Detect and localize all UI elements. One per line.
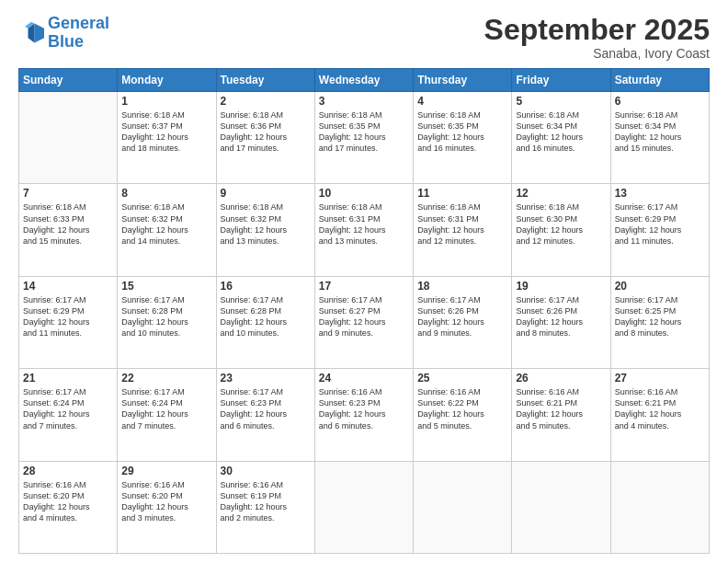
calendar-cell xyxy=(314,461,413,553)
day-number: 22 xyxy=(121,372,211,385)
day-info: Sunrise: 6:16 AM Sunset: 6:19 PM Dayligh… xyxy=(221,479,311,524)
day-info: Sunrise: 6:16 AM Sunset: 6:20 PM Dayligh… xyxy=(23,479,113,524)
day-number: 28 xyxy=(23,465,113,477)
week-row-5: 28Sunrise: 6:16 AM Sunset: 6:20 PM Dayli… xyxy=(19,461,710,553)
title-block: September 2025 Sanaba, Ivory Coast xyxy=(484,15,710,61)
day-number: 1 xyxy=(121,95,211,108)
day-header-saturday: Saturday xyxy=(610,69,709,92)
day-info: Sunrise: 6:18 AM Sunset: 6:33 PM Dayligh… xyxy=(23,201,113,247)
calendar-cell: 7Sunrise: 6:18 AM Sunset: 6:33 PM Daylig… xyxy=(19,184,118,276)
calendar-cell: 15Sunrise: 6:17 AM Sunset: 6:28 PM Dayli… xyxy=(118,276,216,368)
day-info: Sunrise: 6:16 AM Sunset: 6:21 PM Dayligh… xyxy=(615,386,705,431)
day-header-monday: Monday xyxy=(118,69,216,92)
week-row-1: 1Sunrise: 6:18 AM Sunset: 6:37 PM Daylig… xyxy=(19,92,710,184)
calendar-cell: 26Sunrise: 6:16 AM Sunset: 6:21 PM Dayli… xyxy=(512,369,610,461)
header-row: SundayMondayTuesdayWednesdayThursdayFrid… xyxy=(19,69,710,92)
day-number: 5 xyxy=(516,95,606,108)
calendar-cell: 19Sunrise: 6:17 AM Sunset: 6:26 PM Dayli… xyxy=(512,276,610,368)
day-info: Sunrise: 6:18 AM Sunset: 6:34 PM Dayligh… xyxy=(615,109,705,155)
svg-marker-0 xyxy=(35,23,45,42)
calendar-table: SundayMondayTuesdayWednesdayThursdayFrid… xyxy=(18,68,710,554)
day-number: 27 xyxy=(615,372,705,385)
calendar-cell: 22Sunrise: 6:17 AM Sunset: 6:24 PM Dayli… xyxy=(118,369,216,461)
calendar-cell: 11Sunrise: 6:18 AM Sunset: 6:31 PM Dayli… xyxy=(414,184,512,276)
logo: General Blue xyxy=(18,15,109,52)
logo-icon xyxy=(18,20,44,46)
day-number: 30 xyxy=(221,465,311,477)
day-number: 6 xyxy=(615,95,705,108)
logo-general: General xyxy=(48,14,109,32)
day-info: Sunrise: 6:18 AM Sunset: 6:32 PM Dayligh… xyxy=(121,201,211,247)
day-info: Sunrise: 6:16 AM Sunset: 6:20 PM Dayligh… xyxy=(121,479,211,524)
week-row-2: 7Sunrise: 6:18 AM Sunset: 6:33 PM Daylig… xyxy=(19,184,710,276)
day-header-sunday: Sunday xyxy=(19,69,118,92)
day-info: Sunrise: 6:16 AM Sunset: 6:23 PM Dayligh… xyxy=(319,386,409,431)
day-number: 23 xyxy=(221,372,311,385)
calendar-cell: 29Sunrise: 6:16 AM Sunset: 6:20 PM Dayli… xyxy=(118,461,216,553)
calendar-cell: 23Sunrise: 6:17 AM Sunset: 6:23 PM Dayli… xyxy=(216,369,314,461)
day-number: 3 xyxy=(319,95,409,108)
day-info: Sunrise: 6:18 AM Sunset: 6:31 PM Dayligh… xyxy=(417,201,507,247)
calendar-cell: 12Sunrise: 6:18 AM Sunset: 6:30 PM Dayli… xyxy=(512,184,610,276)
day-info: Sunrise: 6:17 AM Sunset: 6:29 PM Dayligh… xyxy=(615,201,705,247)
calendar-cell: 24Sunrise: 6:16 AM Sunset: 6:23 PM Dayli… xyxy=(314,369,413,461)
month-title: September 2025 xyxy=(484,15,710,44)
day-info: Sunrise: 6:18 AM Sunset: 6:35 PM Dayligh… xyxy=(319,109,409,155)
day-number: 18 xyxy=(417,280,507,293)
day-header-tuesday: Tuesday xyxy=(216,69,314,92)
logo-blue: Blue xyxy=(48,32,84,51)
day-number: 12 xyxy=(516,187,606,200)
header: General Blue September 2025 Sanaba, Ivor… xyxy=(18,15,710,61)
calendar-cell: 4Sunrise: 6:18 AM Sunset: 6:35 PM Daylig… xyxy=(414,92,512,184)
day-number: 24 xyxy=(319,372,409,385)
week-row-4: 21Sunrise: 6:17 AM Sunset: 6:24 PM Dayli… xyxy=(19,369,710,461)
day-number: 7 xyxy=(23,187,113,200)
day-info: Sunrise: 6:17 AM Sunset: 6:27 PM Dayligh… xyxy=(319,294,409,339)
day-info: Sunrise: 6:17 AM Sunset: 6:24 PM Dayligh… xyxy=(121,386,211,431)
calendar-cell: 27Sunrise: 6:16 AM Sunset: 6:21 PM Dayli… xyxy=(610,369,709,461)
calendar-cell: 5Sunrise: 6:18 AM Sunset: 6:34 PM Daylig… xyxy=(512,92,610,184)
day-number: 9 xyxy=(221,187,311,200)
calendar-cell: 30Sunrise: 6:16 AM Sunset: 6:19 PM Dayli… xyxy=(216,461,314,553)
calendar-cell: 14Sunrise: 6:17 AM Sunset: 6:29 PM Dayli… xyxy=(19,276,118,368)
day-number: 2 xyxy=(221,95,311,108)
day-header-wednesday: Wednesday xyxy=(314,69,413,92)
calendar-cell: 10Sunrise: 6:18 AM Sunset: 6:31 PM Dayli… xyxy=(314,184,413,276)
day-number: 19 xyxy=(516,280,606,293)
calendar-cell: 1Sunrise: 6:18 AM Sunset: 6:37 PM Daylig… xyxy=(118,92,216,184)
calendar-cell: 6Sunrise: 6:18 AM Sunset: 6:34 PM Daylig… xyxy=(610,92,709,184)
day-info: Sunrise: 6:17 AM Sunset: 6:26 PM Dayligh… xyxy=(516,294,606,339)
calendar-cell: 28Sunrise: 6:16 AM Sunset: 6:20 PM Dayli… xyxy=(19,461,118,553)
day-number: 8 xyxy=(121,187,211,200)
day-number: 20 xyxy=(615,280,705,293)
calendar-cell: 21Sunrise: 6:17 AM Sunset: 6:24 PM Dayli… xyxy=(19,369,118,461)
day-info: Sunrise: 6:18 AM Sunset: 6:30 PM Dayligh… xyxy=(516,201,606,247)
day-number: 10 xyxy=(319,187,409,200)
day-number: 25 xyxy=(417,372,507,385)
day-info: Sunrise: 6:17 AM Sunset: 6:29 PM Dayligh… xyxy=(23,294,113,339)
day-number: 29 xyxy=(121,465,211,477)
day-number: 26 xyxy=(516,372,606,385)
calendar-cell: 9Sunrise: 6:18 AM Sunset: 6:32 PM Daylig… xyxy=(216,184,314,276)
day-info: Sunrise: 6:17 AM Sunset: 6:24 PM Dayligh… xyxy=(23,386,113,431)
calendar-cell: 20Sunrise: 6:17 AM Sunset: 6:25 PM Dayli… xyxy=(610,276,709,368)
day-number: 16 xyxy=(221,280,311,293)
day-header-friday: Friday xyxy=(512,69,610,92)
week-row-3: 14Sunrise: 6:17 AM Sunset: 6:29 PM Dayli… xyxy=(19,276,710,368)
day-number: 13 xyxy=(615,187,705,200)
calendar-cell xyxy=(610,461,709,553)
day-number: 4 xyxy=(417,95,507,108)
calendar-cell xyxy=(414,461,512,553)
calendar-cell xyxy=(19,92,118,184)
day-number: 15 xyxy=(121,280,211,293)
day-info: Sunrise: 6:17 AM Sunset: 6:26 PM Dayligh… xyxy=(417,294,507,339)
day-info: Sunrise: 6:18 AM Sunset: 6:36 PM Dayligh… xyxy=(221,109,311,155)
day-number: 21 xyxy=(23,372,113,385)
calendar-cell: 25Sunrise: 6:16 AM Sunset: 6:22 PM Dayli… xyxy=(414,369,512,461)
day-info: Sunrise: 6:17 AM Sunset: 6:23 PM Dayligh… xyxy=(221,386,311,431)
calendar-cell xyxy=(512,461,610,553)
day-info: Sunrise: 6:16 AM Sunset: 6:22 PM Dayligh… xyxy=(417,386,507,431)
day-info: Sunrise: 6:18 AM Sunset: 6:31 PM Dayligh… xyxy=(319,201,409,247)
day-info: Sunrise: 6:18 AM Sunset: 6:34 PM Dayligh… xyxy=(516,109,606,155)
location: Sanaba, Ivory Coast xyxy=(484,46,710,61)
